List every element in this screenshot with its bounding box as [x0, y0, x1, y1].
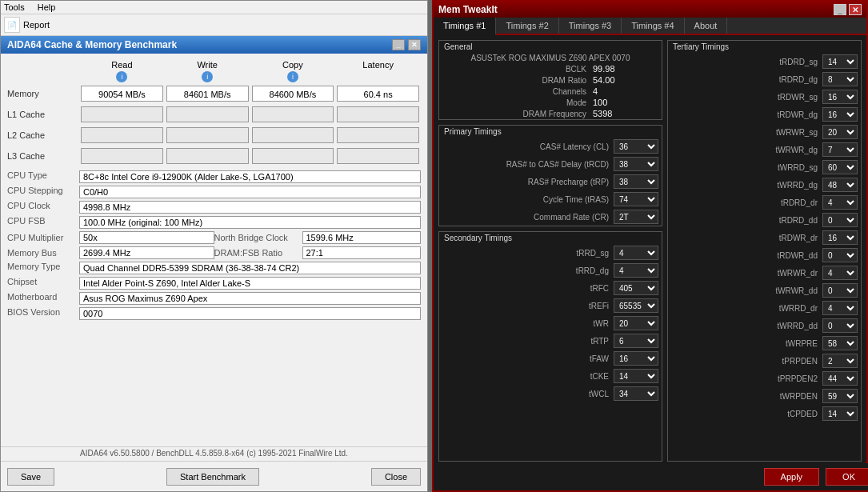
- cpu-fsb-label: CPU FSB: [7, 216, 79, 226]
- ok-button[interactable]: OK: [826, 468, 868, 486]
- bios-val: 0070: [79, 307, 421, 320]
- l2-latency-val: [337, 127, 419, 143]
- mem-type-val: Quad Channel DDR5-5399 SDRAM (36-38-38-7…: [79, 262, 421, 274]
- tertiary-select-9[interactable]: 0: [822, 213, 858, 227]
- tertiary-select-14[interactable]: 4: [822, 301, 858, 315]
- tab-timings-4[interactable]: Timings #4: [622, 18, 684, 34]
- trtp-select[interactable]: 6: [614, 334, 658, 348]
- trefi-label: tREFi: [442, 302, 614, 310]
- tertiary-label-15: tWRRD_dd: [671, 322, 822, 330]
- tertiary-select-16[interactable]: 58: [822, 336, 858, 350]
- l1-read-val: [81, 106, 163, 122]
- tab-timings-3[interactable]: Timings #3: [559, 18, 622, 34]
- l2-copy-val: [252, 127, 334, 143]
- tertiary-select-8[interactable]: 4: [822, 195, 858, 210]
- trp-select[interactable]: 38: [614, 174, 658, 189]
- start-benchmark-button[interactable]: Start Benchmark: [166, 468, 259, 486]
- tertiary-row-13: tWRWR_dd 0: [668, 282, 861, 299]
- tfaw-row: tFAW 16: [439, 350, 662, 367]
- apply-button[interactable]: Apply: [764, 468, 820, 486]
- cpu-clock-row: CPU Clock 4998.8 MHz: [7, 201, 421, 214]
- cpu-type-label: CPU Type: [7, 170, 79, 180]
- trrd-dg-select[interactable]: 4: [614, 263, 658, 278]
- twcl-row: tWCL 34: [439, 385, 662, 402]
- tertiary-select-11[interactable]: 0: [822, 248, 858, 262]
- trfc-select[interactable]: 405: [614, 281, 658, 295]
- tertiary-select-12[interactable]: 4: [822, 266, 858, 280]
- motherboard-row: Motherboard Asus ROG Maximus Z690 Apex: [7, 292, 421, 305]
- tab-timings-2[interactable]: Timings #2: [496, 18, 558, 34]
- cr-select[interactable]: 2T: [614, 210, 658, 224]
- bench-close-button[interactable]: ✕: [408, 39, 421, 50]
- twcl-label: tWCL: [442, 390, 614, 398]
- channels-val: 4: [593, 86, 657, 96]
- menu-tools[interactable]: Tools: [4, 2, 25, 12]
- cl-select[interactable]: 36: [614, 139, 658, 154]
- l3-copy-val: [252, 148, 334, 164]
- tertiary-select-15[interactable]: 0: [822, 318, 858, 333]
- tertiary-select-6[interactable]: 60: [822, 160, 858, 174]
- tertiary-select-4[interactable]: 20: [822, 125, 858, 139]
- tertiary-select-0[interactable]: 14: [822, 54, 858, 69]
- tertiary-select-20[interactable]: 14: [822, 406, 858, 421]
- trcd-select[interactable]: 38: [614, 157, 658, 171]
- tertiary-select-17[interactable]: 2: [822, 354, 858, 368]
- twr-select[interactable]: 20: [614, 316, 658, 330]
- mem-titlebar: Mem TweakIt _ ✕: [434, 2, 866, 18]
- general-title: General: [439, 41, 662, 53]
- menu-help[interactable]: Help: [38, 2, 56, 12]
- l2-write-val: [166, 127, 249, 143]
- memtweak-window: Mem TweakIt _ ✕ Timings #1 Timings #2 Ti…: [432, 0, 868, 492]
- general-section: General ASUSTeK ROG MAXIMUS Z690 APEX 00…: [438, 40, 662, 120]
- trefi-select[interactable]: 65535: [614, 298, 658, 313]
- cpu-type-val: 8C+8c Intel Core i9-12900K (Alder Lake-S…: [79, 170, 421, 183]
- save-button[interactable]: Save: [7, 468, 54, 486]
- tertiary-label-11: tRDWR_dd: [671, 251, 822, 260]
- tertiary-select-5[interactable]: 7: [822, 142, 858, 157]
- tertiary-row-16: tWRPRE 58: [668, 334, 861, 352]
- read-info-icon[interactable]: i: [116, 71, 127, 82]
- tab-timings-1[interactable]: Timings #1: [434, 18, 496, 35]
- mem-body: General ASUSTeK ROG MAXIMUS Z690 APEX 00…: [434, 35, 866, 466]
- copy-info-icon[interactable]: i: [287, 71, 298, 82]
- mem-bus-label: Memory Bus: [7, 248, 79, 258]
- mode-row: Mode 100: [439, 97, 662, 108]
- tertiary-select-19[interactable]: 59: [822, 389, 858, 403]
- mem-minimize-button[interactable]: _: [834, 4, 846, 15]
- tertiary-row-9: tRDRD_dd 0: [668, 211, 861, 229]
- toolbar-report-label[interactable]: Report: [23, 20, 50, 30]
- tertiary-select-18[interactable]: 44: [822, 371, 858, 386]
- tertiary-select-7[interactable]: 48: [822, 178, 858, 192]
- twcl-select[interactable]: 34: [614, 386, 658, 401]
- write-info-icon[interactable]: i: [202, 71, 213, 82]
- close-button[interactable]: Close: [371, 468, 421, 486]
- tertiary-row-11: tRDWR_dd 0: [668, 246, 861, 264]
- tertiary-select-2[interactable]: 16: [822, 90, 858, 104]
- tab-about[interactable]: About: [685, 18, 728, 34]
- aida-toolbar: 📄 Report: [1, 14, 427, 36]
- tertiary-select-13[interactable]: 0: [822, 283, 858, 298]
- l3-latency-val: [337, 148, 419, 164]
- chipset-row: Chipset Intel Alder Point-S Z690, Intel …: [7, 277, 421, 290]
- tertiary-title: Tertiary Timings: [668, 41, 861, 53]
- tertiary-label-2: tRDWR_sg: [671, 93, 822, 102]
- trrd-dg-row: tRRD_dg 4: [439, 262, 662, 279]
- tfaw-label: tFAW: [442, 354, 614, 363]
- sysinfo-grid: CPU Type 8C+8c Intel Core i9-12900K (Ald…: [7, 170, 421, 320]
- bench-minimize-button[interactable]: _: [392, 39, 405, 50]
- tertiary-select-3[interactable]: 16: [822, 107, 858, 122]
- mem-bus-val: 2699.4 MHz: [79, 246, 214, 259]
- tras-select[interactable]: 74: [614, 192, 658, 206]
- trrd-sg-select[interactable]: 4: [614, 246, 658, 260]
- l2-read-val: [81, 127, 163, 143]
- tfaw-select[interactable]: 16: [614, 351, 658, 366]
- nb-clock-label: North Bridge Clock: [214, 233, 302, 242]
- tcke-select[interactable]: 14: [614, 369, 658, 383]
- cl-label: CAS# Latency (CL): [442, 142, 614, 151]
- motherboard-label: Motherboard: [7, 292, 79, 302]
- l1-latency-val: [337, 106, 419, 122]
- memory-latency-val: 60.4 ns: [337, 86, 419, 102]
- mem-close-button[interactable]: ✕: [849, 4, 862, 15]
- tertiary-select-1[interactable]: 8: [822, 72, 858, 86]
- tertiary-select-10[interactable]: 16: [822, 230, 858, 245]
